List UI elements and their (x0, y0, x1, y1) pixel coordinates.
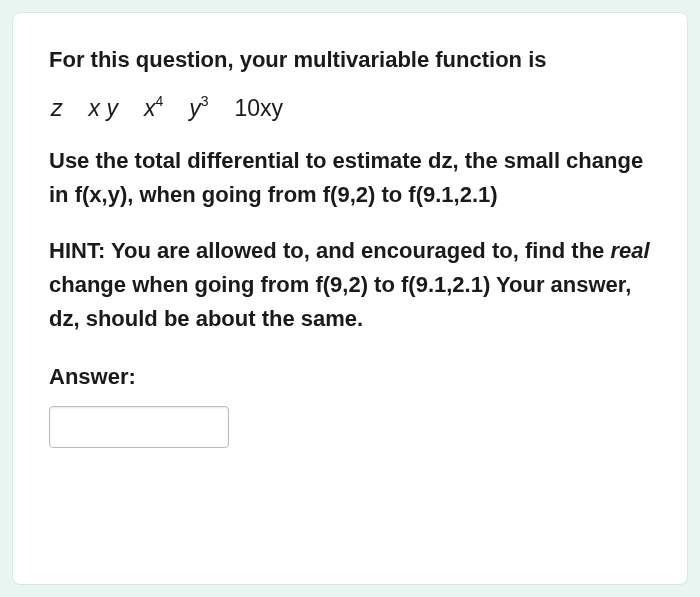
hint-real: real (610, 238, 649, 263)
equation-z: z (51, 95, 63, 122)
hint-prefix: HINT: You are allowed to, and encouraged… (49, 238, 610, 263)
question-card: For this question, your multivariable fu… (12, 12, 688, 585)
equation: z x y x4 y3 10xy (49, 94, 651, 122)
equation-xy: x y (89, 95, 118, 122)
question-body: Use the total differential to estimate d… (49, 144, 651, 212)
question-hint: HINT: You are allowed to, and encouraged… (49, 234, 651, 336)
equation-y3: y3 (189, 94, 208, 122)
equation-x4: x4 (144, 94, 163, 122)
question-intro: For this question, your multivariable fu… (49, 43, 651, 76)
equation-10xy: 10xy (234, 95, 283, 122)
hint-suffix: change when going from f(9,2) to f(9.1,2… (49, 272, 631, 331)
answer-input[interactable] (49, 406, 229, 448)
answer-label: Answer: (49, 364, 651, 390)
